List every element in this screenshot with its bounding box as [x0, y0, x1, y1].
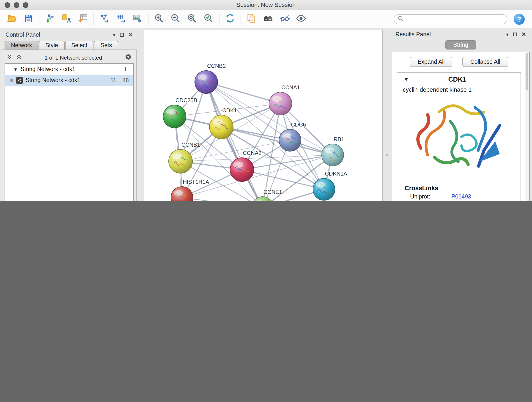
- panel-collapse-button[interactable]: ▾: [506, 32, 509, 37]
- node-CDC6[interactable]: [279, 129, 301, 151]
- collapse-all-networks-icon[interactable]: [6, 54, 12, 62]
- save-icon: [23, 13, 34, 26]
- tab-select[interactable]: Select: [65, 41, 94, 50]
- card-collapse-caret-icon[interactable]: ▼: [404, 76, 409, 82]
- search-icon: [398, 15, 404, 23]
- export-table-button[interactable]: [113, 12, 129, 26]
- edge-count: 48: [123, 77, 129, 83]
- node-RB1[interactable]: [322, 144, 344, 166]
- close-window-button[interactable]: [5, 2, 10, 7]
- zoom-selected-icon: [203, 13, 214, 26]
- export-image-icon: [132, 13, 143, 26]
- show-details-button[interactable]: [293, 12, 309, 26]
- application-window: Session: New Session: [0, 0, 532, 201]
- tab-string[interactable]: String: [445, 40, 476, 49]
- panel-close-button[interactable]: ✕: [128, 32, 133, 38]
- network-tree: ▼ String Network - cdk1 1 String Network…: [5, 63, 134, 201]
- string-results-box: Expand All Collapse All ▼ CDK1 cyclin-de…: [392, 52, 530, 201]
- export-network-icon: [99, 13, 110, 26]
- refresh-icon: [225, 13, 235, 26]
- titlebar: Session: New Session: [0, 0, 532, 10]
- node-label-CCNA1: CCNA1: [281, 84, 300, 90]
- welcome-screen-button[interactable]: [260, 12, 276, 26]
- import-table-from-file-button[interactable]: [75, 12, 91, 26]
- node-label-CCNB1: CCNB1: [181, 142, 200, 148]
- node-CDKN1A[interactable]: [313, 178, 335, 200]
- protein-name: CDK1: [409, 75, 506, 83]
- network-collection-row[interactable]: ▼ String Network - cdk1 1: [5, 64, 133, 75]
- zoom-out-button[interactable]: [167, 12, 184, 26]
- traffic-lights: [5, 2, 28, 7]
- expand-all-networks-icon[interactable]: [16, 54, 22, 62]
- node-CCNA1[interactable]: [269, 92, 292, 115]
- tab-style[interactable]: Style: [39, 41, 65, 50]
- gear-icon[interactable]: [125, 53, 132, 62]
- import-network-database-icon: [61, 13, 72, 26]
- crosslink-label: Uniprot:: [397, 193, 451, 200]
- tab-sets[interactable]: Sets: [94, 41, 119, 50]
- results-scrollbar[interactable]: [525, 53, 529, 201]
- node-label-CCNE1: CCNE1: [264, 189, 282, 195]
- export-image-button[interactable]: [129, 12, 146, 26]
- node-CCNE1[interactable]: [251, 197, 274, 201]
- help-button[interactable]: ?: [514, 13, 525, 25]
- panel-float-button[interactable]: [120, 33, 124, 37]
- apply-layout-button[interactable]: [222, 12, 238, 26]
- control-panel: Control Panel ▾ ✕ NetworkStyleSelectSets…: [2, 30, 137, 201]
- results-panel-title: Results Panel: [395, 31, 431, 38]
- node-label-CCNA2: CCNA2: [243, 150, 261, 156]
- collapse-all-button[interactable]: Collapse All: [462, 57, 508, 67]
- window-title: Session: New Session: [0, 1, 532, 8]
- zoom-in-button[interactable]: [151, 12, 167, 26]
- zoom-fit-button[interactable]: [184, 12, 200, 26]
- save-session-button[interactable]: [20, 12, 37, 26]
- node-CDK1[interactable]: [209, 115, 233, 139]
- expand-all-button[interactable]: Expand All: [410, 57, 452, 67]
- node-CCNA2[interactable]: [230, 158, 254, 182]
- search-input[interactable]: [406, 16, 503, 22]
- network-view: CCNB2CCNA1CDC25BCDK1CDC6RB1CCNB1CCNA2CDK…: [144, 30, 383, 201]
- zoom-selected-button[interactable]: [200, 12, 217, 26]
- import-network-from-database-button[interactable]: [58, 12, 75, 26]
- node-CDC25B[interactable]: [163, 105, 186, 128]
- search-field[interactable]: [394, 14, 507, 24]
- panel-collapse-button[interactable]: ▾: [113, 32, 115, 37]
- crosslink-link[interactable]: P06493: [451, 193, 471, 200]
- export-network-button[interactable]: [96, 12, 113, 26]
- node-label-HIST1H1A: HIST1H1A: [183, 179, 209, 185]
- network-collection-label: String Network - cdk1: [21, 66, 75, 72]
- tree-expand-caret-icon[interactable]: ▼: [13, 67, 18, 72]
- node-label-RB1: RB1: [334, 136, 344, 142]
- hide-details-button[interactable]: [276, 12, 293, 26]
- panel-close-button[interactable]: ✕: [521, 32, 526, 37]
- open-session-button[interactable]: [4, 12, 20, 26]
- eye-icon: [295, 13, 307, 26]
- splitter-handle[interactable]: [386, 153, 388, 156]
- node-label-CDC6: CDC6: [291, 121, 306, 128]
- edge-RB1-HIST1H1A[interactable]: [182, 155, 333, 198]
- zoom-out-icon: [170, 13, 181, 26]
- documents-icon: [246, 13, 257, 26]
- toolbar-separator: [219, 13, 220, 25]
- create-view-button[interactable]: [243, 12, 260, 26]
- node-CCNB1[interactable]: [169, 149, 192, 173]
- import-network-from-file-button[interactable]: [42, 12, 58, 26]
- node-label-CDC25B: CDC25B: [176, 97, 197, 103]
- main-toolbar: ?: [0, 10, 532, 28]
- tab-network[interactable]: Network: [5, 41, 38, 50]
- panel-float-button[interactable]: [513, 32, 517, 36]
- current-network-bullet-icon: [10, 79, 13, 82]
- network-row[interactable]: String Network - cdk1 11 48: [5, 75, 133, 86]
- network-selection-status: 1 of 1 Network selected: [26, 55, 121, 61]
- minimize-window-button[interactable]: [14, 2, 19, 7]
- network-canvas[interactable]: CCNB2CCNA1CDC25BCDK1CDC6RB1CCNB1CCNA2CDK…: [144, 30, 382, 201]
- network-graph[interactable]: CCNB2CCNA1CDC25BCDK1CDC6RB1CCNB1CCNA2CDK…: [144, 30, 382, 201]
- edge-CCNE1-HIST1H1A[interactable]: [182, 198, 263, 201]
- edge-CCNA2-CDKN1A[interactable]: [242, 170, 324, 189]
- control-panel-body: 1 of 1 Network selected ▼ String Network…: [2, 50, 137, 201]
- string-network-icon: [16, 77, 23, 84]
- maximize-window-button[interactable]: [23, 2, 28, 7]
- node-CCNB2[interactable]: [195, 70, 218, 94]
- node-HIST1H1A[interactable]: [171, 186, 193, 201]
- zoom-in-icon: [153, 13, 165, 26]
